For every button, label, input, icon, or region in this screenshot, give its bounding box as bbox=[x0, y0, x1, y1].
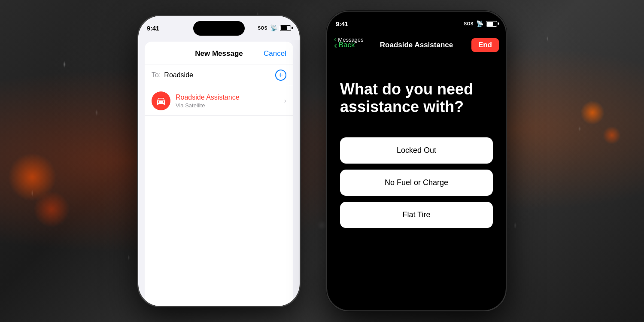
status-right-2: SOS 📡 bbox=[464, 20, 497, 27]
status-right-1: SOS 📡 bbox=[258, 24, 291, 31]
power-button-2 bbox=[506, 97, 507, 132]
contact-name: Roadside Assistance bbox=[176, 94, 279, 101]
plus-icon: + bbox=[279, 71, 283, 79]
battery-fill-2 bbox=[487, 22, 493, 26]
back-button[interactable]: ‹ Back bbox=[334, 40, 355, 50]
phone-1-screen: 9:41 SOS 📡 New Message Cancel To: Ro bbox=[138, 16, 300, 306]
to-field: To: Roadside + bbox=[145, 64, 293, 86]
to-label: To: bbox=[152, 71, 161, 79]
back-button-label: Back bbox=[339, 41, 355, 49]
sheet-title: New Message bbox=[195, 49, 243, 58]
chevron-right-icon: › bbox=[284, 97, 286, 105]
assistance-question: What do you need assistance with? bbox=[340, 80, 493, 116]
contact-info: Roadside Assistance Via Satellite bbox=[176, 94, 279, 109]
back-arrow-icon: ‹ bbox=[334, 40, 337, 50]
cancel-button[interactable]: Cancel bbox=[264, 49, 286, 58]
nav-bar: ‹ Back Roadside Assistance End bbox=[327, 34, 506, 56]
phone-2: 9:41 SOS 📡 ‹ Messages ‹ Back bbox=[326, 11, 507, 311]
add-recipient-button[interactable]: + bbox=[275, 70, 286, 81]
dynamic-island-2 bbox=[391, 17, 442, 31]
to-value[interactable]: Roadside bbox=[164, 71, 193, 79]
satellite-icon-2: 📡 bbox=[476, 20, 483, 27]
time-2: 9:41 bbox=[336, 20, 348, 27]
end-button[interactable]: End bbox=[471, 38, 499, 52]
time-1: 9:41 bbox=[147, 24, 159, 32]
contact-sub: Via Satellite bbox=[176, 102, 279, 109]
no-fuel-button[interactable]: No Fuel or Charge bbox=[340, 170, 493, 196]
assistance-content: What do you need assistance with? Locked… bbox=[327, 67, 506, 310]
car-icon bbox=[156, 96, 166, 106]
battery-icon-2 bbox=[486, 21, 497, 27]
battery-icon-1 bbox=[280, 25, 291, 31]
phone-2-screen: 9:41 SOS 📡 ‹ Messages ‹ Back bbox=[327, 12, 506, 310]
nav-title: Roadside Assistance bbox=[380, 41, 453, 49]
contact-row[interactable]: Roadside Assistance Via Satellite › bbox=[145, 86, 293, 116]
phone-1: 9:41 SOS 📡 New Message Cancel To: Ro bbox=[137, 15, 301, 307]
sos-badge-1: SOS bbox=[258, 26, 267, 30]
dynamic-island-1 bbox=[193, 21, 245, 36]
roadside-icon bbox=[152, 91, 170, 110]
phones-container: 9:41 SOS 📡 New Message Cancel To: Ro bbox=[0, 0, 644, 322]
battery-fill-1 bbox=[281, 26, 287, 30]
assistance-options: Locked Out No Fuel or Charge Flat Tire bbox=[340, 137, 493, 228]
power-button bbox=[300, 102, 301, 136]
sheet-header: New Message Cancel bbox=[145, 42, 293, 64]
sos-badge-2: SOS bbox=[464, 21, 474, 26]
message-sheet: New Message Cancel To: Roadside + bbox=[145, 42, 293, 306]
satellite-icon-1: 📡 bbox=[270, 24, 277, 31]
flat-tire-button[interactable]: Flat Tire bbox=[340, 202, 493, 228]
locked-out-button[interactable]: Locked Out bbox=[340, 137, 493, 164]
